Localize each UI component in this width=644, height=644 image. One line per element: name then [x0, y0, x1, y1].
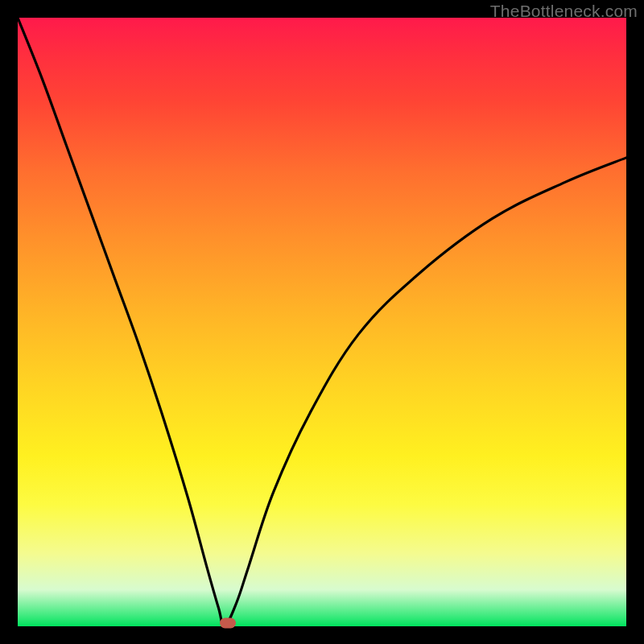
- plot-area: [18, 18, 626, 626]
- curve-svg: [18, 18, 626, 626]
- bottleneck-curve: [18, 18, 626, 626]
- chart-frame: TheBottleneck.com: [0, 0, 644, 644]
- optimal-point-marker: [220, 618, 236, 629]
- watermark-text: TheBottleneck.com: [490, 2, 638, 21]
